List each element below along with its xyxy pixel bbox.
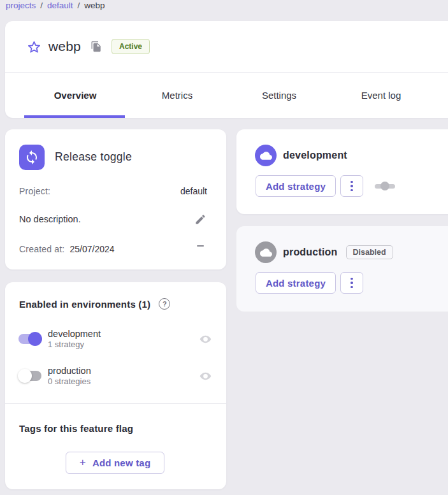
breadcrumb-separator: / — [78, 1, 80, 10]
card-divider — [5, 403, 226, 404]
feature-details-card: Release toggle Project: default No descr… — [5, 129, 226, 269]
breadcrumb: projects / default / webp — [6, 1, 105, 10]
panel-actions: Add strategy — [256, 175, 395, 197]
release-toggle-type-icon — [19, 145, 45, 170]
development-environment-panel: development Add strategy — [236, 129, 448, 214]
development-toggle[interactable] — [18, 332, 42, 346]
panel-header: production Disabled — [255, 241, 393, 263]
page-title: webp — [48, 39, 81, 54]
environment-texts: development 1 strategy — [48, 329, 101, 349]
description-row: No description. — [19, 212, 207, 226]
feature-header-row: webp Active — [5, 21, 448, 72]
collapse-dash-icon — [197, 245, 204, 247]
kebab-dot — [350, 278, 353, 280]
panel-actions: Add strategy — [256, 272, 363, 294]
more-options-kebab-icon[interactable] — [340, 272, 363, 294]
breadcrumb-link-project-default[interactable]: default — [47, 1, 73, 10]
breadcrumb-separator: / — [40, 1, 43, 10]
feature-header-card: webp Active Overview Metrics Settings Ev… — [5, 21, 448, 118]
add-new-tag-label: Add new tag — [92, 457, 150, 468]
environment-row-production: production 0 strategies — [18, 362, 212, 390]
tab-overview[interactable]: Overview — [24, 73, 126, 118]
feature-flag-page: projects / default / webp webp Active Ov… — [0, 0, 448, 495]
kebab-dot — [350, 282, 353, 284]
created-at-label: Created at: — [19, 244, 64, 254]
disabled-badge: Disabled — [346, 245, 393, 259]
kebab-dot — [350, 286, 353, 289]
visibility-eye-icon[interactable] — [198, 332, 212, 346]
production-environment-panel: production Disabled Add strategy — [236, 226, 448, 312]
environment-panel-name: production — [283, 247, 338, 258]
panel-header: development — [255, 145, 347, 166]
environment-panel-name: development — [283, 150, 347, 161]
created-row: Created at: 25/07/2024 — [19, 244, 207, 254]
environment-enabled-switch[interactable] — [375, 182, 395, 190]
environment-name: development — [48, 329, 101, 339]
environments-title-row: Enabled in environments (1) ? — [19, 298, 170, 310]
add-strategy-button[interactable]: Add strategy — [256, 272, 336, 294]
environment-row-development: development 1 strategy — [18, 325, 212, 353]
breadcrumb-link-projects[interactable]: projects — [6, 1, 36, 10]
tab-settings[interactable]: Settings — [228, 73, 330, 118]
created-at-value: 25/07/2024 — [69, 244, 114, 254]
tab-event-log[interactable]: Event log — [330, 73, 432, 118]
mini-switch-thumb — [380, 182, 389, 190]
feature-type-title: Release toggle — [55, 150, 132, 164]
cloud-environment-icon — [255, 241, 277, 263]
help-icon[interactable]: ? — [159, 298, 170, 310]
kebab-dot — [350, 181, 353, 183]
environment-strategy-count: 1 strategy — [48, 340, 101, 349]
more-options-kebab-icon[interactable] — [340, 175, 363, 197]
project-label: Project: — [19, 186, 50, 196]
kebab-dot — [350, 185, 353, 187]
production-toggle[interactable] — [18, 369, 42, 383]
add-new-tag-button[interactable]: + Add new tag — [66, 452, 164, 474]
tab-bar: Overview Metrics Settings Event log — [24, 73, 432, 118]
environments-title: Enabled in environments (1) — [19, 299, 150, 310]
breadcrumb-current: webp — [84, 1, 105, 10]
visibility-eye-icon[interactable] — [198, 369, 212, 383]
description-text: No description. — [19, 214, 81, 224]
status-badge: Active — [112, 39, 150, 54]
environment-name: production — [48, 366, 91, 376]
add-strategy-button[interactable]: Add strategy — [256, 175, 336, 197]
toggle-thumb — [18, 369, 32, 383]
tab-metrics[interactable]: Metrics — [126, 73, 228, 118]
cloud-environment-icon — [255, 145, 277, 166]
project-row: Project: default — [19, 186, 207, 196]
edit-description-icon[interactable] — [193, 212, 207, 226]
project-value: default — [180, 186, 207, 196]
plus-icon: + — [80, 456, 86, 469]
environment-strategy-count: 0 strategies — [48, 377, 91, 386]
environments-card: Enabled in environments (1) ? developmen… — [5, 282, 226, 489]
copy-name-icon[interactable] — [90, 40, 103, 53]
kebab-dot — [350, 189, 353, 192]
environment-texts: production 0 strategies — [48, 366, 91, 386]
favorite-star-icon[interactable] — [26, 39, 41, 54]
tags-section-title: Tags for this feature flag — [19, 423, 133, 434]
toggle-thumb — [28, 332, 42, 346]
